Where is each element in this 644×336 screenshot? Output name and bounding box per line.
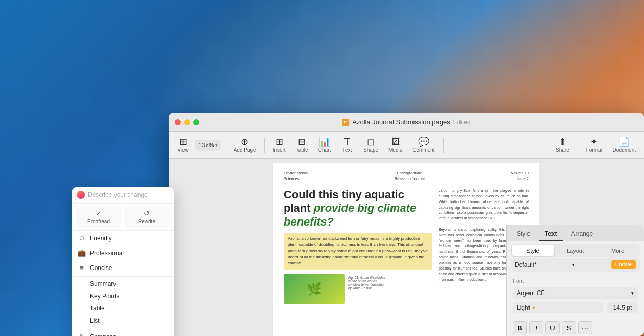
tab-text[interactable]: Text <box>539 227 563 241</box>
document-icon: 📄 <box>618 137 630 146</box>
default-style-label: Default* <box>515 261 537 268</box>
ai-icon <box>77 191 85 199</box>
document-button[interactable]: 📄 Document <box>608 135 640 155</box>
underline-label: U <box>550 324 555 332</box>
underline-button[interactable]: U <box>545 321 560 334</box>
filename: Azolla Journal Submission.pages <box>352 118 450 126</box>
two-col-layout: Could this tiny aquatic plant provide bi… <box>284 188 529 304</box>
view-label: View <box>177 147 189 153</box>
summary-item[interactable]: Summary <box>72 278 174 290</box>
professional-item[interactable]: 💼 Professional <box>72 245 174 260</box>
style-tab-label: Style <box>526 248 539 254</box>
professional-label: Professional <box>90 250 124 257</box>
share-button[interactable]: ⬆ Share <box>551 135 573 155</box>
minimize-button[interactable] <box>184 119 190 125</box>
header-left: Environmental Sciences <box>284 171 308 182</box>
bold-label: B <box>517 324 522 332</box>
comment-label: Comment <box>412 147 434 153</box>
traffic-lights <box>175 119 199 125</box>
tab-style[interactable]: Style <box>511 227 537 241</box>
default-chevron: ▾ <box>572 262 575 267</box>
font-weight-label: Light <box>517 304 530 311</box>
ai-search-input[interactable]: Describe your change <box>88 191 169 198</box>
tab-text-label: Text <box>545 230 557 237</box>
friendly-item[interactable]: ☺ Friendly <box>72 231 174 245</box>
concise-item[interactable]: ≡ Concise <box>72 260 174 275</box>
more-format-button[interactable]: ⋯ <box>578 321 592 334</box>
chart-button[interactable]: 📊 Chart <box>314 135 335 155</box>
italic-button[interactable]: I <box>529 321 543 334</box>
update-button[interactable]: Update <box>611 260 636 269</box>
compose-icon: ✎ <box>78 333 86 336</box>
concise-icon: ≡ <box>78 264 86 272</box>
ai-tools: ✓ Proofread ↺ Rewrite <box>72 204 174 231</box>
font-weight-select[interactable]: Light ▾ <box>513 302 603 313</box>
shape-button[interactable]: ◻ Shape <box>359 135 382 155</box>
compose-item[interactable]: ✎ Compose... <box>72 329 174 336</box>
panel-top-tabs: Style Text Arrange <box>507 225 644 241</box>
proofread-label: Proofread <box>87 219 110 225</box>
table-icon: ⊟ <box>298 137 306 146</box>
fig-area: 🌿 Fig. 01. Azolla filiculoides is one of… <box>284 274 434 304</box>
page: Environmental Sciences Undergraduate Res… <box>273 163 539 336</box>
media-label: Media <box>388 147 402 153</box>
text-label: Text <box>342 147 352 153</box>
header-center: Undergraduate Research Journal <box>395 171 425 182</box>
edited-badge: Edited <box>453 119 471 126</box>
friendly-label: Friendly <box>90 235 112 242</box>
view-button[interactable]: ⊞ View <box>173 135 193 155</box>
header-center-text: Undergraduate Research Journal <box>395 171 425 182</box>
fig-caption: Fig. 01. Azolla filiculoides is one of t… <box>348 276 385 304</box>
toolbar-sep-3 <box>443 138 444 153</box>
toolbar-sep-1 <box>225 138 225 153</box>
table-button[interactable]: ⊟ Table <box>292 135 312 155</box>
ai-search-bar: Describe your change <box>72 187 174 204</box>
article-title: Could this tiny aquatic plant provide bi… <box>284 188 432 229</box>
text-icon: T <box>344 137 350 146</box>
content-area: Environmental Sciences Undergraduate Res… <box>169 159 644 336</box>
left-column: Could this tiny aquatic plant provide bi… <box>284 188 434 304</box>
media-icon: 🖼 <box>391 137 400 146</box>
rewrite-label: Rewrite <box>138 219 155 225</box>
strikethrough-label: S <box>567 324 571 332</box>
proofread-button[interactable]: ✓ Proofread <box>76 207 122 227</box>
layout-tab-label: Layout <box>567 248 584 254</box>
chart-label: Chart <box>318 147 331 153</box>
font-name-row[interactable]: Argent CF ▾ <box>513 287 638 299</box>
list-item[interactable]: List <box>72 315 174 327</box>
insert-button[interactable]: ⊞ Insert <box>269 135 290 155</box>
tab-arrange[interactable]: Arrange <box>565 227 599 241</box>
friendly-icon: ☺ <box>78 234 86 242</box>
comment-button[interactable]: 💬 Comment <box>408 135 439 155</box>
font-section: Font Argent CF ▾ Light ▾ 14.5 pt <box>507 274 644 318</box>
chart-icon: 📊 <box>319 137 330 146</box>
close-button[interactable] <box>175 119 181 125</box>
concise-label: Concise <box>90 264 112 272</box>
more-tab[interactable]: More <box>596 245 639 256</box>
format-button[interactable]: ✦ Format <box>582 135 607 155</box>
font-size-input[interactable]: 14.5 pt <box>607 302 638 313</box>
maximize-button[interactable] <box>193 119 199 125</box>
format-panel: Style Text Arrange Style Layout More <box>506 225 644 336</box>
format-icon: ✦ <box>590 137 598 146</box>
separator-1 <box>72 276 174 277</box>
separator-2 <box>72 328 174 328</box>
strikethrough-button[interactable]: S <box>562 321 576 334</box>
share-label: Share <box>556 147 569 153</box>
media-button[interactable]: 🖼 Media <box>384 135 406 155</box>
text-button[interactable]: T Text <box>337 135 357 155</box>
bold-button[interactable]: B <box>513 321 527 334</box>
toolbar-sep-4 <box>578 138 578 153</box>
share-icon: ⬆ <box>559 137 566 146</box>
key-points-item[interactable]: Key Points <box>72 290 174 302</box>
add-page-icon: ⊕ <box>241 137 248 146</box>
zoom-control[interactable]: 137% ▾ <box>195 140 221 151</box>
table-item[interactable]: Table <box>72 302 174 315</box>
add-page-label: Add Page <box>234 147 256 153</box>
layout-tab[interactable]: Layout <box>554 245 596 256</box>
rewrite-button[interactable]: ↺ Rewrite <box>124 207 170 227</box>
style-tab[interactable]: Style <box>512 245 554 256</box>
article-intro: Azolla, also known as duckweed fern or f… <box>284 233 432 270</box>
insert-icon: ⊞ <box>275 137 283 146</box>
add-page-button[interactable]: ⊕ Add Page <box>229 135 260 155</box>
